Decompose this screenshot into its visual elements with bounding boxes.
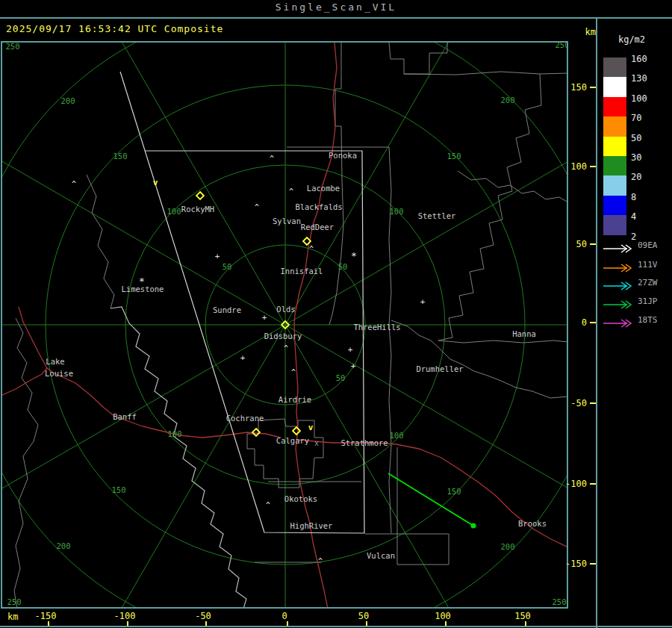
track-arrow-icon xyxy=(602,264,633,273)
station-caret-marker: ^ xyxy=(270,155,274,163)
radar-track-legend-row: 18TS xyxy=(602,317,633,326)
range-label: 250 xyxy=(6,43,20,51)
town-label: Olds xyxy=(276,305,295,314)
highway xyxy=(19,307,47,368)
town-label: Okotoks xyxy=(284,494,317,503)
town-label: Banff xyxy=(113,412,137,421)
window-title: Single_Scan_VIL xyxy=(0,0,672,17)
legend-panel: kg/m2 1601301007050302084209EA111V27ZW31… xyxy=(597,18,672,628)
bottom-divider xyxy=(0,626,672,627)
radar-track-legend-row: 111V xyxy=(602,261,633,270)
station-plus-marker: + xyxy=(420,297,426,307)
town-label: Stettler xyxy=(418,211,456,220)
range-label: 150 xyxy=(447,487,461,496)
station-plus-marker: + xyxy=(351,361,356,371)
colorbar-threshold-label: 2 xyxy=(631,231,636,242)
right-axis-tick-label: 150 xyxy=(557,82,587,93)
radar-id-label: 111V xyxy=(638,260,658,270)
town-label: RockyMH xyxy=(181,205,214,214)
station-asterisk-marker: * xyxy=(351,250,357,261)
bottom-axis: km -150-100-50050100150 xyxy=(0,609,596,626)
storm-track-line xyxy=(388,473,473,526)
highway xyxy=(2,368,281,438)
colorbar-swatch xyxy=(603,215,626,234)
colorbar-threshold-label: 30 xyxy=(631,152,641,163)
county-boundary xyxy=(438,341,567,343)
colorbar-swatch xyxy=(603,77,626,96)
track-arrow-icon xyxy=(602,319,633,328)
right-axis-tick-label: -150 xyxy=(557,559,587,569)
town-label: Vulcan xyxy=(367,551,395,560)
station-caret-marker: ^ xyxy=(318,557,323,565)
town-label: Louise xyxy=(45,369,73,378)
bottom-axis-tick-label: -150 xyxy=(35,611,57,621)
right-axis-unit-label: km xyxy=(572,27,596,37)
county-boundary xyxy=(438,74,541,341)
town-label: Hanna xyxy=(512,329,536,338)
station-caret-marker: ^ xyxy=(72,180,76,188)
right-axis-tick xyxy=(590,322,596,323)
range-label: 50 xyxy=(336,373,346,382)
radar-map[interactable]: 2502001501005050100150200250100150200250… xyxy=(1,41,568,609)
station-caret-marker: ^ xyxy=(266,501,270,509)
town-label: Airdrie xyxy=(279,395,311,404)
county-boundary xyxy=(458,171,567,202)
bottom-axis-tick-label: 150 xyxy=(514,611,531,621)
right-axis-tick xyxy=(590,87,596,88)
town-label: Calgary xyxy=(276,436,309,445)
right-axis-tick xyxy=(590,166,596,167)
radar-app-window: Single_Scan_VIL 2025/09/17 16:53:42 UTC … xyxy=(0,0,672,628)
check-marker: v xyxy=(308,423,314,432)
town-label: Blackfalds xyxy=(295,202,342,211)
town-label: Brooks xyxy=(518,519,547,528)
range-label: 150 xyxy=(447,152,461,161)
colorbar-threshold-label: 50 xyxy=(631,133,641,143)
radar-track-legend-row: 27ZW xyxy=(602,279,633,288)
range-label: 250 xyxy=(553,597,567,606)
station-x-marker: x xyxy=(314,439,319,447)
storm-track-endpoint xyxy=(471,523,476,529)
town-label: Ponoka xyxy=(329,151,357,160)
colorbar-threshold-label: 8 xyxy=(631,192,636,202)
range-label: 100 xyxy=(390,431,404,440)
radar-id-label: 18TS xyxy=(638,315,658,325)
right-axis-tick-label: 0 xyxy=(557,317,587,328)
station-plus-marker: + xyxy=(215,252,220,261)
town-label: Lake xyxy=(46,357,64,366)
colorbar-threshold-label: 160 xyxy=(631,54,647,64)
town-label: HighRiver xyxy=(290,521,333,530)
track-arrow-icon xyxy=(602,300,633,309)
radar-site-diamond-marker xyxy=(293,427,300,435)
town-label: Sylvan xyxy=(273,217,301,226)
radar-map-canvas[interactable]: 2502001501005050100150200250100150200250… xyxy=(2,43,567,607)
right-axis-tick-label: 50 xyxy=(557,239,587,249)
bottom-axis-tick-label: 100 xyxy=(435,611,451,621)
range-label: 200 xyxy=(57,541,71,550)
colorbar-unit-label: kg/m2 xyxy=(597,34,666,45)
colorbar-swatch xyxy=(603,137,626,156)
radar-id-label: 31JP xyxy=(638,296,658,306)
county-boundary xyxy=(404,72,567,75)
range-label: 150 xyxy=(113,152,128,161)
town-label: RedDeer xyxy=(301,223,334,231)
scan-timestamp: 2025/09/17 16:53:42 UTC Composite xyxy=(6,23,223,34)
right-axis-tick-label: -50 xyxy=(557,398,587,408)
colorbar-swatch xyxy=(603,175,626,195)
county-boundary xyxy=(341,147,391,533)
station-caret-marker: ^ xyxy=(309,245,314,253)
range-label: 250 xyxy=(7,597,22,606)
county-boundary xyxy=(14,318,38,607)
town-label: Cochrane xyxy=(226,414,264,423)
town-label: Innisfail xyxy=(281,267,323,276)
range-label: 100 xyxy=(390,207,404,216)
town-label: Lacombe xyxy=(307,184,340,193)
colorbar-swatch xyxy=(603,196,626,215)
station-plus-marker: + xyxy=(348,345,353,355)
county-boundary xyxy=(391,320,567,398)
right-axis-tick-label: -100 xyxy=(557,479,587,489)
right-axis-tick xyxy=(590,563,596,565)
check-marker: v xyxy=(153,178,158,187)
colorbar-swatch xyxy=(603,156,626,175)
right-axis: 150100500-50-100-150 xyxy=(569,41,597,609)
town-label: Didsbury xyxy=(264,332,302,341)
